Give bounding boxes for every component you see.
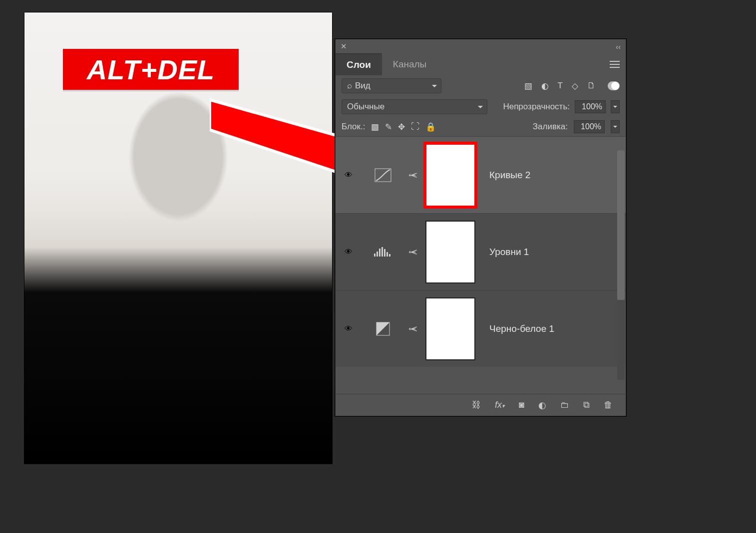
adjustment-filter-icon[interactable]: ◐ <box>541 81 549 91</box>
layer-name[interactable]: Кривые 2 <box>479 170 626 181</box>
mask-link-icon[interactable]: ⥷ <box>408 170 417 181</box>
blend-mode-dropdown[interactable]: Обычные <box>342 99 487 114</box>
lock-label: Блок.: <box>342 122 365 132</box>
svg-rect-4 <box>377 252 378 257</box>
trash-icon[interactable]: 🗑 <box>604 400 613 410</box>
layer-row[interactable]: 👁 ⥷ Кривые 2 <box>336 136 626 213</box>
transparency-lock-icon[interactable]: ▩ <box>371 122 379 132</box>
layer-name[interactable]: Уровни 1 <box>479 247 626 258</box>
mask-link-icon[interactable]: ⥷ <box>408 247 417 258</box>
move-lock-icon[interactable]: ✥ <box>398 122 405 132</box>
opacity-caret[interactable] <box>611 100 620 113</box>
layer-list: 👁 ⥷ Кривые 2 👁 ⥷ Уровни 1 � <box>336 136 626 367</box>
search-icon: ⌕ <box>347 81 352 91</box>
visibility-icon[interactable]: 👁 <box>345 248 353 257</box>
blend-mode-value: Обычные <box>347 102 384 112</box>
type-filter-icon[interactable]: T <box>558 81 563 91</box>
panel-menu-button[interactable] <box>604 53 626 75</box>
levels-icon[interactable] <box>373 247 393 258</box>
pixel-filter-icon[interactable]: ▧ <box>524 81 532 91</box>
panel-top-bar: ✕ ‹‹ <box>336 39 626 53</box>
layer-fx-icon[interactable]: fx▾ <box>495 400 505 410</box>
smart-filter-icon[interactable]: 🗋 <box>587 81 596 91</box>
tab-layers[interactable]: Слои <box>336 53 382 75</box>
black-white-icon[interactable] <box>376 322 390 336</box>
layer-filter-icons: ▧ ◐ T ◇ 🗋 <box>524 81 596 91</box>
filter-toggle[interactable] <box>608 81 620 90</box>
svg-rect-9 <box>389 254 390 257</box>
new-group-icon[interactable]: 🗀 <box>560 400 569 410</box>
svg-marker-11 <box>377 322 389 335</box>
new-layer-icon[interactable]: ⧉ <box>583 400 590 410</box>
fill-value[interactable]: 100% <box>574 120 605 133</box>
shape-filter-icon[interactable]: ◇ <box>572 81 578 91</box>
layer-scrollbar[interactable] <box>617 150 625 380</box>
layer-row[interactable]: 👁 ⥷ Черно-белое 1 <box>336 290 626 367</box>
scroll-thumb[interactable] <box>617 150 625 300</box>
hamburger-icon <box>610 61 620 68</box>
svg-rect-3 <box>374 254 376 257</box>
layers-footer: ⛓ fx▾ ◙ ◐ 🗀 ⧉ 🗑 <box>336 394 626 416</box>
layer-row[interactable]: 👁 ⥷ Уровни 1 <box>336 213 626 290</box>
all-lock-icon[interactable]: 🔒 <box>425 122 436 132</box>
new-adjustment-icon[interactable]: ◐ <box>538 400 546 411</box>
tab-channels[interactable]: Каналы <box>382 53 437 75</box>
mask-link-icon[interactable]: ⥷ <box>408 323 417 334</box>
artboard-lock-icon[interactable]: ⛶ <box>411 122 419 132</box>
layer-mask-thumbnail[interactable] <box>425 221 475 283</box>
brush-lock-icon[interactable]: ✎ <box>385 122 392 132</box>
fill-caret[interactable] <box>611 120 620 133</box>
close-icon[interactable]: ✕ <box>341 42 347 51</box>
layer-kind-dropdown[interactable]: ⌕ Вид <box>342 78 441 93</box>
opacity-label: Непрозрачность: <box>503 102 570 112</box>
svg-rect-8 <box>386 252 388 257</box>
panel-tabs: Слои Каналы <box>336 53 626 75</box>
add-mask-icon[interactable]: ◙ <box>519 400 524 410</box>
layer-mask-thumbnail[interactable] <box>425 297 475 360</box>
visibility-icon[interactable]: 👁 <box>345 324 353 333</box>
svg-rect-6 <box>381 247 383 257</box>
layer-kind-value: Вид <box>355 81 371 91</box>
fill-label: Заливка: <box>533 122 568 132</box>
link-layers-icon[interactable]: ⛓ <box>472 400 481 410</box>
curves-icon[interactable] <box>375 168 391 182</box>
layer-mask-thumbnail[interactable] <box>425 144 475 207</box>
visibility-icon[interactable]: 👁 <box>345 171 353 180</box>
svg-rect-5 <box>379 249 380 257</box>
svg-rect-7 <box>384 249 385 257</box>
shortcut-badge: ALT+DEL <box>63 49 239 90</box>
opacity-value[interactable]: 100% <box>575 100 606 113</box>
collapse-icon[interactable]: ‹‹ <box>616 42 621 51</box>
layers-panel: ✕ ‹‹ Слои Каналы ⌕ Вид ▧ ◐ T ◇ 🗋 Обычные… <box>335 39 626 416</box>
layer-name[interactable]: Черно-белое 1 <box>479 323 626 334</box>
